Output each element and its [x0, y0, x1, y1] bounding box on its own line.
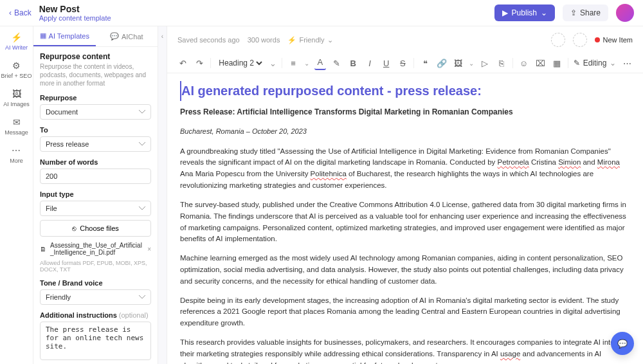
user-avatar[interactable] — [616, 4, 634, 22]
chevron-down-icon: ⌄ — [327, 36, 333, 44]
words-input[interactable] — [40, 168, 151, 184]
publish-label: Publish — [512, 8, 537, 17]
chevron-down-icon: ⌄ — [304, 60, 309, 67]
paragraph-3[interactable]: Machine learning emerged as the most wid… — [180, 253, 630, 287]
word-count: 300 words — [248, 36, 280, 44]
sidebar: ▦ AI Templates 💬 AIChat Repurpose conten… — [33, 26, 158, 364]
image-icon: 🖼 — [11, 88, 23, 100]
share-label: Share — [580, 8, 601, 17]
image-button[interactable]: 🖼 — [453, 56, 464, 70]
app-header: ‹ Back New Post Apply content template ▶… — [0, 0, 643, 26]
highlight-button[interactable]: ✎ — [331, 56, 343, 70]
repurpose-label: Repurpose — [40, 94, 151, 102]
new-item-button[interactable]: New Item — [595, 36, 633, 44]
embed-button[interactable]: ⎘ — [496, 56, 507, 70]
tone-select[interactable]: Friendly — [40, 289, 151, 305]
tone-indicator[interactable]: ⚡ Friendly ⌄ — [287, 36, 332, 44]
play-icon: ▶ — [502, 8, 508, 17]
editing-mode-button[interactable]: ✎ Editing ⌄ — [574, 59, 617, 68]
chevron-down-icon: ⌄ — [541, 8, 547, 17]
emoji-button[interactable]: ☺ — [518, 56, 530, 70]
tone-label: Tone / Brand voice — [40, 279, 151, 287]
file-icon: 🗎 — [40, 246, 46, 253]
tab-label: AIChat — [122, 33, 143, 41]
bolt-icon: ⚡ — [11, 32, 23, 43]
instructions-label: Additional instructions (optional) — [40, 311, 151, 319]
bold-button[interactable]: B — [347, 56, 359, 70]
nav-brief-seo[interactable]: ⚙ Brief + SEO — [1, 60, 32, 79]
paragraph-5[interactable]: This research provides valuable insights… — [180, 337, 630, 364]
save-status: Saved seconds ago — [177, 36, 240, 44]
doc-heading[interactable]: AI generated repurposed content - press … — [180, 81, 630, 101]
editing-label: Editing — [583, 59, 607, 68]
gear-icon: ⚙ — [11, 60, 23, 71]
publish-button[interactable]: ▶ Publish ⌄ — [494, 5, 555, 21]
table-button[interactable]: ▦ — [551, 56, 563, 70]
help-chat-button[interactable]: 💬 — [611, 332, 634, 355]
new-item-label: New Item — [603, 36, 633, 44]
message-icon: ✉ — [11, 116, 23, 128]
more-toolbar-button[interactable]: ⋯ — [621, 56, 633, 70]
uploaded-file[interactable]: 🗎 Assessing_the_Use_of_Artificial_Intell… — [40, 242, 151, 256]
allowed-formats: Allowed formats PDF, EPUB, MOBI, XPS, DO… — [40, 260, 151, 273]
link-button[interactable]: 🔗 — [436, 56, 448, 70]
placeholder-circle-1[interactable] — [551, 33, 565, 47]
tab-ai-chat[interactable]: 💬 AIChat — [96, 26, 158, 46]
red-dot-icon — [595, 37, 600, 42]
video-button[interactable]: ▷ — [479, 56, 491, 70]
nav-message[interactable]: ✉ Message — [5, 116, 28, 136]
file-name: Assessing_the_Use_of_Artificial_Intellig… — [50, 242, 143, 256]
paragraph-4[interactable]: Despite being in its early development s… — [180, 295, 630, 329]
redo-button[interactable]: ↷ — [194, 56, 206, 70]
panel-title: Repurpose content — [40, 52, 151, 61]
pencil-icon: ✎ — [574, 59, 580, 68]
repurpose-select[interactable]: Document — [40, 104, 151, 120]
left-nav: ⚡ AI Writer ⚙ Brief + SEO 🖼 AI Images ✉ … — [0, 26, 33, 364]
nav-label: Message — [5, 129, 28, 136]
chevron-down-icon: ⌄ — [269, 59, 276, 68]
placeholder-circle-2[interactable] — [573, 33, 587, 47]
dateline[interactable]: Bucharest, Romania – October 20, 2023 — [180, 126, 630, 137]
font-color-button[interactable]: A — [314, 56, 326, 70]
nav-more[interactable]: ⋯ More — [10, 145, 23, 164]
grid-icon: ▦ — [40, 32, 46, 40]
nav-ai-images[interactable]: 🖼 AI Images — [3, 88, 30, 107]
chevron-down-icon: ⌄ — [469, 60, 474, 67]
instructions-textarea[interactable]: The press release is for an online tech … — [40, 322, 151, 360]
heading-select[interactable]: Heading 2 — [216, 58, 264, 68]
words-label: Number of words — [40, 158, 151, 166]
bolt-icon: ⚡ — [287, 36, 296, 44]
collapse-sidebar-button[interactable]: ‹ — [158, 26, 167, 364]
back-label: Back — [14, 8, 32, 17]
back-button[interactable]: ‹ Back — [9, 8, 32, 17]
quote-button[interactable]: ❝ — [419, 56, 431, 70]
nav-label: AI Images — [3, 101, 30, 107]
choose-files-button[interactable]: ⎋ Choose files — [40, 220, 151, 237]
choose-files-label: Choose files — [80, 224, 119, 232]
strikethrough-button[interactable]: S — [397, 56, 409, 70]
undo-button[interactable]: ↶ — [177, 56, 189, 70]
align-button[interactable]: ≡ — [287, 56, 299, 70]
remove-file-button[interactable]: × — [147, 246, 151, 253]
paragraph-1[interactable]: A groundbreaking study titled "Assessing… — [180, 146, 630, 192]
clear-format-button[interactable]: ⌧ — [534, 56, 546, 70]
editor-toolbar: ↶ ↷ Heading 2 ⌄ ≡ ⌄ A ✎ B I U S ❝ 🔗 🖼 ⌄ … — [167, 53, 643, 73]
share-icon: ⇪ — [570, 8, 577, 17]
paragraph-2[interactable]: The survey-based study, published under … — [180, 199, 630, 245]
nav-label: AI Writer — [5, 44, 28, 51]
document-content[interactable]: AI generated repurposed content - press … — [167, 73, 643, 364]
chat-icon: 💬 — [617, 339, 628, 349]
apply-template-link[interactable]: Apply content template — [39, 14, 111, 22]
chat-icon: 💬 — [110, 32, 119, 41]
input-type-select[interactable]: File — [40, 201, 151, 216]
chevron-left-icon: ‹ — [9, 8, 12, 17]
nav-ai-writer[interactable]: ⚡ AI Writer — [5, 32, 28, 51]
press-release-title[interactable]: Press Release: Artificial Intelligence T… — [180, 106, 630, 118]
italic-button[interactable]: I — [364, 56, 376, 70]
underline-button[interactable]: U — [381, 56, 392, 70]
share-button[interactable]: ⇪ Share — [563, 5, 608, 21]
tab-ai-templates[interactable]: ▦ AI Templates — [33, 26, 96, 46]
more-icon: ⋯ — [10, 145, 22, 156]
nav-label: Brief + SEO — [1, 73, 32, 79]
to-select[interactable]: Press release — [40, 136, 151, 152]
